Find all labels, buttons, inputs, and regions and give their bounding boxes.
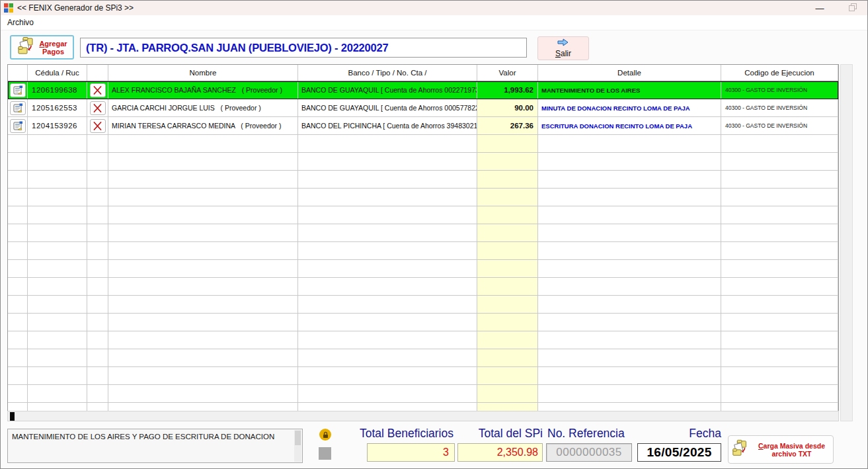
detalle-cell	[538, 385, 721, 403]
nombre-cell: ALEX FRANCISCO BAJAÑA SANCHEZ ( Proveedo…	[108, 81, 298, 99]
fecha-label: Fecha	[635, 427, 721, 441]
table-row[interactable]	[8, 206, 838, 224]
banco-cell	[298, 385, 477, 403]
table-row[interactable]	[8, 314, 838, 331]
table-row[interactable]: 1204153926 MIRIAN TERESA CARRASCO MEDINA…	[8, 117, 838, 135]
table-row[interactable]	[8, 260, 838, 278]
app-windows-logo-icon	[4, 3, 13, 13]
concepto-scrollbar[interactable]	[294, 430, 301, 462]
detalle-cell	[538, 331, 721, 349]
table-row[interactable]	[8, 224, 838, 242]
concepto-scrollbar-thumb	[295, 431, 301, 445]
nombre-cell	[108, 224, 298, 242]
table-row[interactable]	[8, 278, 838, 296]
header-banco: Banco / Tipo / No. Cta /	[298, 65, 477, 81]
table-row[interactable]	[8, 331, 838, 349]
valor-cell	[477, 367, 538, 385]
header-nombre: Nombre	[108, 65, 298, 81]
detalle-cell	[538, 135, 721, 153]
minimize-icon: —	[816, 3, 824, 13]
fecha-field[interactable]: 16/05/2025	[637, 443, 721, 462]
codigo-cell	[721, 242, 838, 260]
detalle-cell	[538, 296, 721, 314]
detalle-cell	[538, 367, 721, 385]
banco-cell	[298, 242, 477, 260]
carga-masiva-button[interactable]: Carga Masiva desde archivo TXT	[728, 435, 834, 464]
agregar-pagos-label: Agregar Pagos	[39, 40, 67, 56]
cedula-cell	[28, 385, 87, 403]
restore-button[interactable]	[842, 1, 864, 15]
nombre-cell	[108, 349, 298, 367]
table-row[interactable]	[8, 171, 838, 189]
salir-button[interactable]: Salir	[537, 36, 589, 60]
valor-cell	[477, 224, 538, 242]
nombre-cell	[108, 296, 298, 314]
carga-masiva-label: Carga Masiva desde archivo TXT	[753, 442, 830, 458]
entity-title-field[interactable]: (TR) - JTA. PARROQ.SAN JUAN (PUEBLOVIEJO…	[80, 38, 527, 58]
horizontal-scrollbar[interactable]	[7, 411, 839, 421]
table-row[interactable]	[8, 242, 838, 260]
table-row[interactable]: 1205162553 GARCIA CARCHI JORGUE LUIS ( P…	[8, 99, 838, 117]
valor-cell	[477, 242, 538, 260]
delete-row-button[interactable]	[90, 101, 106, 115]
codigo-cell	[721, 171, 838, 189]
banco-cell	[298, 278, 477, 296]
minimize-button[interactable]: —	[809, 1, 831, 15]
banco-cell	[298, 171, 477, 189]
total-spi-label: Total del SPi	[457, 427, 543, 441]
delete-row-button[interactable]	[90, 119, 106, 133]
concepto-textarea[interactable]: MANTENIMIENTO DE LOS AIRES Y PAGO DE ESC…	[7, 429, 303, 463]
codigo-cell	[721, 367, 838, 385]
valor-cell: 90.00	[477, 99, 538, 117]
valor-cell: 267.36	[477, 117, 538, 135]
detalle-cell	[538, 171, 721, 189]
valor-cell	[477, 349, 538, 367]
hscrollbar-thumb[interactable]	[10, 412, 15, 421]
valor-cell	[477, 189, 538, 206]
table-row[interactable]: 1206199638 ALEX FRANCISCO BAJAÑA SANCHEZ…	[8, 81, 838, 99]
codigo-cell	[721, 224, 838, 242]
table-row[interactable]	[8, 153, 838, 171]
delete-row-button[interactable]	[90, 83, 106, 97]
edit-row-button[interactable]	[10, 119, 26, 133]
edit-row-button[interactable]	[10, 101, 26, 115]
cedula-cell	[28, 349, 87, 367]
nombre-cell: MIRIAN TERESA CARRASCO MEDINA ( Proveedo…	[108, 117, 298, 135]
vertical-scrollbar[interactable]	[840, 64, 853, 421]
cedula-cell	[28, 331, 87, 349]
edit-row-button[interactable]	[10, 83, 26, 97]
agregar-pagos-button[interactable]: Agregar Pagos	[10, 35, 74, 60]
nombre-cell	[108, 260, 298, 278]
payments-table: Cédula / Ruc Nombre Banco / Tipo / No. C…	[7, 64, 839, 421]
cedula-cell	[28, 367, 87, 385]
table-row[interactable]	[8, 189, 838, 206]
codigo-cell	[721, 260, 838, 278]
nombre-cell	[108, 189, 298, 206]
cedula-cell	[28, 206, 87, 224]
detalle-cell	[538, 153, 721, 171]
cedula-cell	[28, 153, 87, 171]
table-row[interactable]	[8, 367, 838, 385]
banco-cell	[298, 153, 477, 171]
table-row[interactable]	[8, 135, 838, 153]
nombre-cell	[108, 278, 298, 296]
nombre-cell: GARCIA CARCHI JORGUE LUIS ( Proveedor )	[108, 99, 298, 117]
table-row[interactable]	[8, 296, 838, 314]
banco-cell	[298, 189, 477, 206]
detalle-cell	[538, 278, 721, 296]
cedula-cell	[28, 242, 87, 260]
total-spi-value: 2,350.98	[497, 447, 538, 458]
table-row[interactable]	[8, 385, 838, 403]
banco-cell: BANCO DEL PICHINCHA [ Cuenta de Ahorros …	[298, 117, 477, 135]
header-cedula: Cédula / Ruc	[28, 65, 87, 81]
total-beneficiarios-value: 3	[443, 447, 449, 458]
codigo-cell	[721, 278, 838, 296]
detalle-cell	[538, 189, 721, 206]
menu-archivo[interactable]: Archivo	[2, 18, 39, 27]
codigo-cell	[721, 349, 838, 367]
table-row[interactable]	[8, 349, 838, 367]
valor-cell	[477, 331, 538, 349]
table-header-row: Cédula / Ruc Nombre Banco / Tipo / No. C…	[8, 65, 838, 81]
referencia-label: No. Referencia	[547, 427, 640, 441]
cedula-cell	[28, 260, 87, 278]
